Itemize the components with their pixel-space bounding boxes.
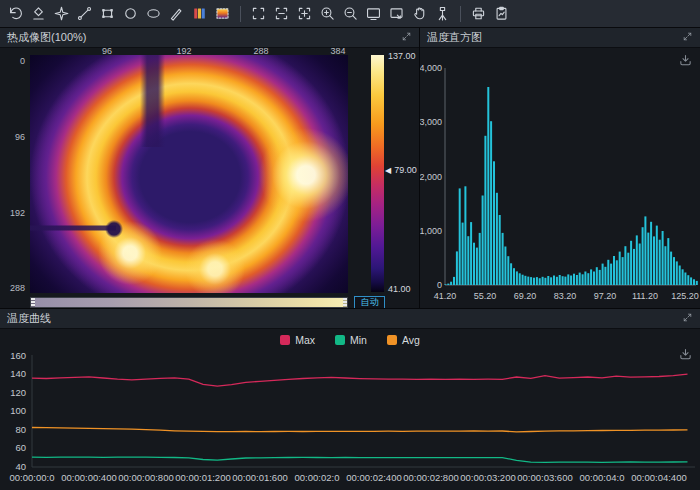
- svg-text:4,000: 4,000: [420, 63, 442, 73]
- series-min: [32, 457, 688, 462]
- svg-text:00:00:01:600: 00:00:01:600: [232, 472, 287, 483]
- legend-item-max[interactable]: Max: [280, 334, 315, 346]
- zoom-out-icon[interactable]: [339, 2, 362, 26]
- svg-text:00:00:00:0: 00:00:00:0: [10, 472, 55, 483]
- svg-text:60: 60: [15, 442, 26, 453]
- slider-handle-right[interactable]: [343, 298, 347, 307]
- legend-item-min[interactable]: Min: [335, 334, 367, 346]
- svg-text:160: 160: [10, 351, 26, 361]
- thermal-image[interactable]: [30, 55, 348, 293]
- ruler-tick-label: 96: [0, 132, 25, 142]
- hist-x-labels: 41.2055.2069.2083.2097.20111.20125.20: [434, 291, 699, 301]
- hand-icon[interactable]: [408, 2, 431, 26]
- thermal-image-panel: 热成像图(100%) 96192288384 096192288 137.00 …: [0, 28, 419, 308]
- curve-panel: 温度曲线 MaxMinAvg 40608010012014016000:00:0…: [0, 308, 700, 490]
- svg-text:55.20: 55.20: [474, 291, 497, 301]
- legend-label: Min: [350, 334, 367, 346]
- legend-swatch: [280, 335, 290, 345]
- histogram-panel: 温度直方图 01,0002,0003,0004,00041.2055.2069.…: [419, 28, 700, 308]
- histogram-panel-header: 温度直方图: [420, 28, 700, 48]
- polygon-tool-icon[interactable]: [96, 2, 119, 26]
- toolbar: [0, 0, 700, 28]
- palette-icon[interactable]: [188, 2, 211, 26]
- circle-tool-icon[interactable]: [119, 2, 142, 26]
- hist-bars: [444, 87, 697, 285]
- svg-text:40: 40: [15, 461, 26, 472]
- temperature-range-slider[interactable]: [30, 297, 348, 308]
- eraser-icon[interactable]: [27, 2, 50, 26]
- svg-text:3,000: 3,000: [420, 117, 442, 127]
- svg-text:1,000: 1,000: [420, 226, 442, 236]
- svg-text:00:00:00:400: 00:00:00:400: [61, 472, 116, 483]
- export-icon[interactable]: [678, 53, 693, 68]
- hist-y-labels: 01,0002,0003,0004,000: [420, 63, 442, 290]
- line-tool-icon[interactable]: [73, 2, 96, 26]
- svg-text:0: 0: [437, 280, 442, 290]
- svg-text:100: 100: [10, 405, 26, 416]
- curve-x-labels: 00:00:00:000:00:00:40000:00:00:80000:00:…: [10, 472, 687, 483]
- curve-panel-title: 温度曲线: [7, 311, 51, 326]
- zoom-in-icon[interactable]: [316, 2, 339, 26]
- expand-icon[interactable]: [401, 31, 412, 44]
- thermal-view: 96192288384 096192288 137.00 ◀ 79.00 41.…: [0, 48, 419, 308]
- svg-text:69.20: 69.20: [514, 291, 537, 301]
- series-max: [32, 374, 688, 386]
- legend-swatch: [335, 335, 345, 345]
- svg-text:00:00:04:0: 00:00:04:0: [580, 472, 625, 483]
- svg-text:41.20: 41.20: [434, 291, 457, 301]
- tripod-icon[interactable]: [431, 2, 454, 26]
- curve-legend: MaxMinAvg: [0, 334, 700, 346]
- ruler-tick-label: 0: [0, 56, 25, 66]
- legend-label: Max: [295, 334, 315, 346]
- colorbar: [371, 55, 384, 292]
- colorbar-marker-arrow: ◀: [385, 166, 391, 175]
- pen-tool-icon[interactable]: [165, 2, 188, 26]
- toolbar-separator: [460, 6, 461, 22]
- histogram-chart: 01,0002,0003,0004,00041.2055.2069.2083.2…: [420, 48, 700, 308]
- svg-text:00:00:01:200: 00:00:01:200: [175, 472, 230, 483]
- colorbar-marker-value: 79.00: [394, 165, 417, 175]
- slider-handle-left[interactable]: [31, 298, 35, 307]
- point-tool-icon[interactable]: [50, 2, 73, 26]
- svg-text:140: 140: [10, 368, 26, 379]
- ellipse-tool-icon[interactable]: [142, 2, 165, 26]
- curve-y-labels: 406080100120140160: [10, 351, 26, 472]
- curve-chart: 40608010012014016000:00:00:000:00:00:400…: [0, 351, 700, 490]
- colorbar-marker[interactable]: ◀ 79.00: [385, 165, 417, 175]
- series-avg: [32, 428, 688, 432]
- svg-text:111.20: 111.20: [632, 291, 658, 301]
- svg-text:00:00:02:800: 00:00:02:800: [403, 472, 458, 483]
- select-area-icon[interactable]: [247, 2, 270, 26]
- ruler-tick-label: 288: [0, 283, 25, 293]
- printer-icon[interactable]: [467, 2, 490, 26]
- svg-text:00:00:00:800: 00:00:00:800: [118, 472, 173, 483]
- legend-label: Avg: [402, 334, 420, 346]
- expand-icon[interactable]: [682, 31, 693, 44]
- svg-text:00:00:04:400: 00:00:04:400: [631, 472, 686, 483]
- svg-text:00:00:03:600: 00:00:03:600: [517, 472, 572, 483]
- fit-window-icon[interactable]: [385, 2, 408, 26]
- thermal-palette-icon[interactable]: [211, 2, 234, 26]
- curve-panel-header: 温度曲线: [0, 309, 700, 329]
- thermal-panel-header: 热成像图(100%): [0, 28, 419, 48]
- legend-swatch: [387, 335, 397, 345]
- selection-plus-icon[interactable]: [293, 2, 316, 26]
- toolbar-separator: [240, 6, 241, 22]
- thermal-analysis-app: 热成像图(100%) 96192288384 096192288 137.00 …: [0, 0, 700, 490]
- ruler-tick-label: 192: [0, 208, 25, 218]
- svg-text:97.20: 97.20: [594, 291, 617, 301]
- expand-icon[interactable]: [682, 312, 693, 325]
- report-icon[interactable]: [490, 2, 513, 26]
- colorbar-min-label: 41.00: [388, 284, 411, 294]
- svg-text:00:00:03:200: 00:00:03:200: [460, 472, 515, 483]
- svg-text:80: 80: [15, 424, 26, 435]
- svg-text:83.20: 83.20: [554, 291, 577, 301]
- svg-text:2,000: 2,000: [420, 172, 442, 182]
- thermal-panel-title: 热成像图(100%): [7, 30, 86, 45]
- undo-icon[interactable]: [4, 2, 27, 26]
- legend-item-avg[interactable]: Avg: [387, 334, 420, 346]
- histogram-panel-title: 温度直方图: [427, 30, 482, 45]
- colorbar-max-label: 137.00: [388, 51, 416, 61]
- selection-minus-icon[interactable]: [270, 2, 293, 26]
- fit-screen-icon[interactable]: [362, 2, 385, 26]
